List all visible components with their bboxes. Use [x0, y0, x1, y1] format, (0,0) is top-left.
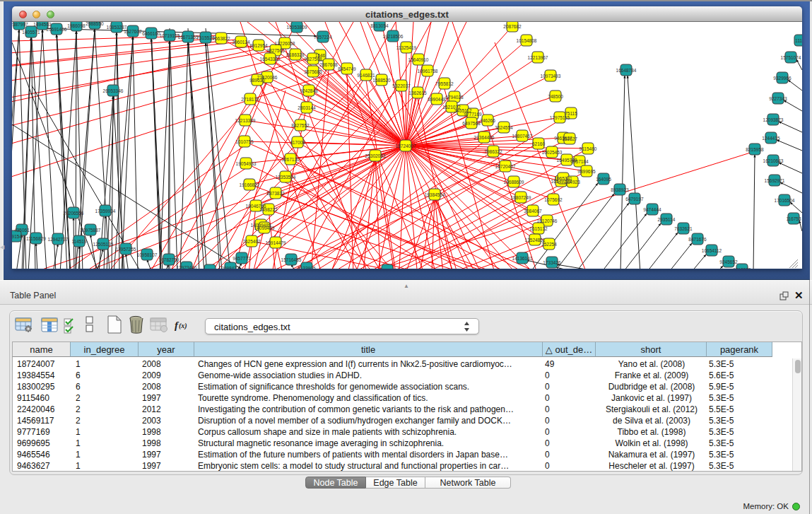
svg-text:8215958: 8215958	[746, 147, 764, 152]
svg-text:12213967: 12213967	[528, 55, 548, 60]
svg-text:2867608: 2867608	[319, 62, 338, 67]
svg-text:989630: 989630	[249, 78, 265, 83]
svg-text:1615132: 1615132	[529, 226, 548, 231]
svg-text:17016504: 17016504	[775, 198, 795, 203]
svg-text:6497568: 6497568	[462, 121, 481, 126]
svg-text:15692971: 15692971	[765, 178, 785, 183]
svg-text:9115460: 9115460	[579, 146, 597, 151]
svg-text:3675685: 3675685	[304, 69, 322, 74]
svg-text:17975115: 17975115	[550, 115, 570, 120]
svg-text:252254: 252254	[541, 242, 557, 247]
svg-text:8427552: 8427552	[291, 123, 310, 128]
svg-text:14099489: 14099489	[254, 226, 275, 230]
svg-text:17957255: 17957255	[116, 247, 136, 252]
svg-text:1733426: 1733426	[543, 260, 561, 265]
svg-text:1362615: 1362615	[408, 90, 427, 95]
svg-text:2718176: 2718176	[241, 97, 259, 102]
svg-text:164095: 164095	[596, 177, 611, 182]
svg-text:10973493: 10973493	[541, 74, 561, 78]
svg-text:8471676: 8471676	[688, 237, 707, 242]
svg-text:16782759: 16782759	[159, 257, 180, 262]
svg-text:16671355: 16671355	[178, 35, 199, 40]
svg-text:8186328: 8186328	[286, 52, 305, 57]
svg-text:8912954: 8912954	[249, 43, 268, 48]
svg-text:417008: 417008	[290, 140, 305, 145]
svg-text:12923446: 12923446	[177, 265, 197, 269]
svg-text:8123905: 8123905	[298, 266, 316, 269]
svg-text:3624554: 3624554	[495, 125, 513, 130]
svg-text:10961758: 10961758	[418, 69, 438, 74]
svg-text:62160: 62160	[532, 141, 545, 146]
svg-text:8873832: 8873832	[266, 191, 285, 196]
svg-text:8454749: 8454749	[338, 66, 356, 71]
svg-text:14136141: 14136141	[512, 256, 533, 261]
svg-text:2087682: 2087682	[503, 24, 522, 29]
svg-text:1075692: 1075692	[544, 197, 563, 202]
svg-text:7104931: 7104931	[201, 268, 219, 269]
svg-text:15720407: 15720407	[495, 164, 516, 169]
svg-text:12213389: 12213389	[235, 118, 256, 123]
svg-text:2387997: 2387997	[12, 22, 28, 27]
svg-text:1588520: 1588520	[372, 78, 391, 83]
svg-text:9457771: 9457771	[233, 256, 251, 261]
svg-text:184923: 184923	[565, 180, 580, 185]
svg-text:10025453: 10025453	[542, 150, 563, 155]
svg-text:19054933: 19054933	[236, 161, 257, 166]
svg-text:10654112: 10654112	[702, 248, 722, 253]
svg-text:8813054: 8813054	[370, 23, 389, 28]
svg-text:39154: 39154	[12, 234, 22, 239]
svg-text:153627: 153627	[562, 136, 577, 141]
svg-text:6234981: 6234981	[378, 268, 396, 269]
svg-text:30975887: 30975887	[81, 228, 101, 233]
svg-text:19384554: 19384554	[425, 192, 445, 197]
svg-text:11156829: 11156829	[26, 236, 46, 241]
svg-text:19166822: 19166822	[240, 182, 260, 187]
svg-text:21364436: 21364436	[474, 135, 495, 140]
svg-text:75115: 75115	[565, 111, 577, 116]
svg-text:7986322: 7986322	[484, 149, 502, 154]
svg-text:9818235: 9818235	[733, 267, 751, 269]
svg-text:15751074: 15751074	[781, 55, 801, 60]
svg-text:20206556: 20206556	[64, 211, 84, 216]
svg-text:13226058: 13226058	[275, 41, 295, 46]
svg-text:7632621: 7632621	[674, 226, 693, 231]
svg-text:3267130: 3267130	[281, 157, 300, 162]
svg-text:1244415: 1244415	[762, 136, 780, 141]
svg-text:435061: 435061	[14, 228, 30, 233]
svg-text:9899695: 9899695	[577, 169, 596, 174]
svg-text:16648784: 16648784	[616, 68, 637, 73]
svg-text:10807467: 10807467	[512, 134, 533, 139]
svg-text:8990448: 8990448	[428, 97, 446, 102]
svg-text:12093873: 12093873	[763, 117, 784, 122]
svg-text:6794028: 6794028	[445, 95, 464, 100]
svg-text:1405571: 1405571	[22, 30, 40, 35]
svg-text:116753: 116753	[786, 216, 801, 221]
svg-text:12505135: 12505135	[93, 242, 114, 247]
svg-text:26053346: 26053346	[103, 88, 124, 93]
svg-text:10688609: 10688609	[504, 180, 524, 185]
svg-text:25302033: 25302033	[365, 153, 386, 158]
svg-text:10154808: 10154808	[517, 38, 537, 43]
svg-text:3084067: 3084067	[524, 209, 542, 214]
svg-text:2935114: 2935114	[658, 217, 676, 222]
svg-text:1986098: 1986098	[67, 23, 86, 28]
svg-text:19218506: 19218506	[383, 34, 404, 39]
svg-text:18724007: 18724007	[396, 144, 416, 148]
svg-text:2098472: 2098472	[221, 266, 240, 269]
svg-text:8938923: 8938923	[611, 187, 629, 192]
svg-text:9329966: 9329966	[773, 76, 792, 81]
svg-text:9227343: 9227343	[769, 96, 787, 101]
svg-text:7357224: 7357224	[314, 35, 332, 40]
svg-text:18807249: 18807249	[511, 195, 531, 200]
svg-text:1010755: 1010755	[235, 139, 254, 144]
svg-text:12353594: 12353594	[276, 175, 296, 180]
svg-text:748500: 748500	[548, 94, 563, 99]
svg-text:9242848: 9242848	[300, 88, 318, 93]
svg-text:2803144: 2803144	[298, 105, 316, 110]
svg-text:6479197: 6479197	[625, 197, 644, 201]
svg-text:20691406: 20691406	[47, 27, 67, 32]
svg-text:(x): (x)	[179, 322, 187, 330]
svg-text:9245652: 9245652	[719, 259, 738, 264]
svg-text:16053809: 16053809	[287, 25, 307, 30]
svg-text:1527602: 1527602	[124, 29, 142, 34]
